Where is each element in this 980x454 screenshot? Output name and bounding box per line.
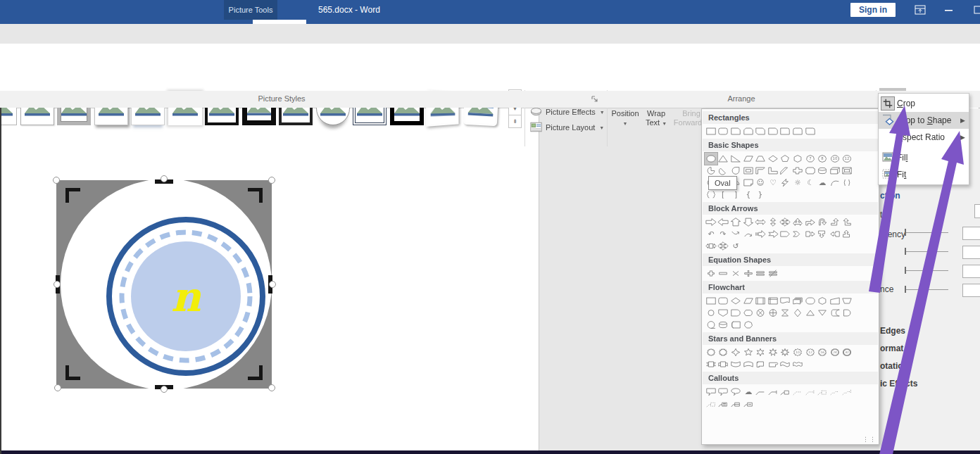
size-handle[interactable]	[53, 177, 60, 184]
shape-option[interactable]	[779, 295, 792, 307]
shape-option[interactable]	[729, 125, 742, 137]
size-handle[interactable]	[268, 177, 275, 184]
crop-handle-top-left[interactable]	[65, 188, 80, 203]
shape-option[interactable]	[754, 228, 767, 240]
size-handle[interactable]	[161, 175, 168, 182]
shape-option[interactable]	[791, 295, 804, 307]
shape-option[interactable]	[829, 295, 841, 307]
shape-option[interactable]	[779, 346, 792, 358]
shape-option[interactable]	[816, 295, 829, 307]
size-handle[interactable]	[161, 386, 168, 393]
shape-option[interactable]	[729, 398, 742, 410]
shape-option[interactable]	[729, 165, 742, 177]
shape-option[interactable]	[791, 386, 804, 398]
shape-option[interactable]	[729, 295, 742, 307]
shape-option[interactable]	[705, 165, 717, 177]
shape-option[interactable]: 10	[829, 153, 841, 165]
shape-option[interactable]: 12	[804, 346, 817, 358]
shape-option[interactable]	[754, 295, 767, 307]
shape-option[interactable]	[705, 398, 717, 410]
shape-option[interactable]	[729, 386, 742, 398]
shape-option[interactable]	[754, 358, 767, 370]
shape-option[interactable]	[816, 216, 829, 228]
menu-item-aspect-ratio[interactable]: Aspect Ratio▶	[879, 129, 969, 146]
shape-option[interactable]	[742, 267, 755, 279]
shape-option[interactable]	[779, 228, 792, 240]
shape-option[interactable]	[804, 295, 817, 307]
shape-option[interactable]	[729, 307, 742, 319]
gallery-more-icon[interactable]: ⇟	[508, 115, 522, 128]
shape-option[interactable]	[717, 319, 730, 331]
shape-option[interactable]	[829, 307, 841, 319]
shape-option[interactable]	[829, 177, 841, 189]
shape-option[interactable]	[717, 216, 730, 228]
size-handle[interactable]	[269, 281, 276, 288]
pane-value-box[interactable]	[974, 204, 980, 218]
shape-option[interactable]: 16	[816, 346, 829, 358]
shape-option[interactable]: }	[754, 189, 767, 201]
shape-option[interactable]	[829, 228, 841, 240]
shape-option[interactable]	[829, 165, 841, 177]
pane-value-box[interactable]	[962, 246, 980, 259]
shape-option[interactable]: 8	[816, 153, 829, 165]
shape-option[interactable]	[841, 307, 854, 319]
maximize-icon[interactable]	[972, 4, 980, 16]
shape-option[interactable]	[779, 177, 792, 189]
shape-option[interactable]	[742, 295, 755, 307]
shape-option[interactable]	[742, 307, 755, 319]
shape-option[interactable]	[742, 165, 755, 177]
shape-option[interactable]	[767, 125, 779, 137]
shape-option[interactable]	[791, 153, 804, 165]
shape-option[interactable]	[717, 295, 730, 307]
sign-in-button[interactable]: Sign in	[850, 3, 896, 17]
shape-option[interactable]	[705, 189, 717, 201]
shape-option-oval-selected[interactable]	[705, 153, 717, 165]
shape-option[interactable]	[791, 358, 804, 370]
shape-option[interactable]: ☼	[791, 177, 804, 189]
shape-option[interactable]	[804, 125, 817, 137]
shape-option[interactable]	[767, 216, 779, 228]
shape-option[interactable]	[791, 165, 804, 177]
menu-item-fit[interactable]: Fit	[879, 166, 969, 183]
shape-option[interactable]	[779, 358, 792, 370]
panel-resize-grip[interactable]: ⋮⋮	[862, 436, 877, 443]
shape-option[interactable]	[767, 153, 779, 165]
pane-value-box[interactable]	[962, 284, 980, 297]
shape-option[interactable]: 10	[791, 346, 804, 358]
crop-handle-bottom-right[interactable]	[248, 365, 263, 380]
shape-option[interactable]	[742, 398, 755, 410]
size-handle[interactable]	[268, 384, 275, 391]
crop-handle-bottom-left[interactable]	[65, 365, 80, 380]
shape-option[interactable]	[742, 177, 755, 189]
shape-option[interactable]	[829, 386, 841, 398]
shape-option[interactable]	[742, 319, 755, 331]
shape-option[interactable]	[717, 358, 730, 370]
shape-option[interactable]	[754, 346, 767, 358]
pane-slider[interactable]	[905, 286, 948, 293]
shape-option[interactable]	[767, 295, 779, 307]
minimize-icon[interactable]	[942, 4, 955, 16]
shape-option[interactable]: [	[717, 189, 730, 201]
shape-option[interactable]	[779, 386, 792, 398]
shape-option[interactable]	[717, 398, 730, 410]
shape-option[interactable]	[767, 228, 779, 240]
shape-option[interactable]: ]	[729, 189, 742, 201]
shape-option[interactable]	[717, 267, 730, 279]
shape-option[interactable]	[717, 240, 730, 252]
shape-option[interactable]: ↺	[729, 240, 742, 252]
shape-option[interactable]: ☺	[754, 177, 767, 189]
shape-option[interactable]	[742, 228, 755, 240]
shape-option[interactable]	[841, 177, 854, 189]
shape-option[interactable]	[705, 240, 717, 252]
shape-option[interactable]	[742, 346, 755, 358]
shape-option[interactable]	[729, 153, 742, 165]
shape-option[interactable]	[705, 319, 717, 331]
shape-option[interactable]	[742, 125, 755, 137]
shape-option[interactable]	[816, 307, 829, 319]
shape-option[interactable]	[705, 307, 717, 319]
menu-item-crop-to-shape[interactable]: Crop to Shape▶	[879, 112, 969, 129]
shape-option[interactable]	[804, 307, 817, 319]
shape-option[interactable]	[742, 153, 755, 165]
pane-slider[interactable]	[905, 267, 948, 274]
shape-option[interactable]	[729, 267, 742, 279]
